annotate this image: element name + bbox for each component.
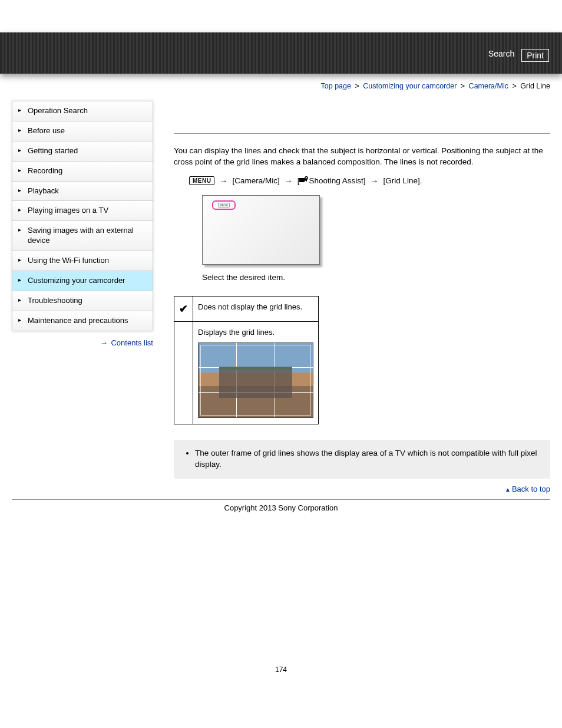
divider	[12, 499, 550, 500]
sidebar-item-playing-tv[interactable]: Playing images on a TV	[12, 201, 153, 221]
arrow-right-icon: →	[371, 176, 379, 186]
divider	[174, 133, 550, 134]
main-content: You can display the lines and check that…	[174, 101, 550, 497]
checkmark-cell: ✔	[174, 296, 193, 321]
sidebar-item-recording[interactable]: Recording	[12, 162, 153, 182]
sidebar-list: Operation Search Before use Getting star…	[12, 101, 153, 331]
sidebar-item-operation-search[interactable]: Operation Search	[12, 101, 153, 121]
contents-list-wrap: → Contents list	[12, 338, 153, 347]
grid-thumbnail	[198, 342, 313, 418]
thumbnail-wrap	[198, 342, 313, 418]
sidebar-item-playback[interactable]: Playback	[12, 182, 153, 202]
breadcrumb-sep: >	[461, 82, 465, 90]
screen-diagram	[202, 195, 320, 265]
note-box: The outer frame of grid lines shows the …	[174, 440, 550, 479]
breadcrumb-current: Grid Line	[520, 82, 550, 90]
header-bar: Search Print	[0, 32, 562, 74]
arrow-right-icon: →	[285, 176, 293, 186]
select-text: Select the desired item.	[202, 273, 550, 282]
back-to-top-wrap: ▲Back to top	[174, 485, 550, 493]
check-icon: ✔	[179, 303, 188, 315]
menu-step-camera-mic: [Camera/Mic]	[232, 176, 279, 185]
print-button[interactable]: Print	[521, 49, 549, 62]
breadcrumb-link-customizing[interactable]: Customizing your camcorder	[363, 82, 457, 90]
page-number: 174	[12, 666, 550, 682]
sidebar-item-wifi[interactable]: Using the Wi-Fi function	[12, 251, 153, 271]
svg-rect-0	[299, 178, 305, 182]
sidebar-item-before-use[interactable]: Before use	[12, 121, 153, 141]
sidebar-item-maintenance[interactable]: Maintenance and precautions	[12, 311, 153, 331]
option-on-label: Displays the grid lines.	[198, 328, 275, 337]
option-on: Displays the grid lines.	[193, 321, 319, 424]
intro-text: You can display the lines and check that…	[174, 146, 550, 168]
note-item: The outer frame of grid lines shows the …	[195, 448, 542, 470]
arrow-right-icon: →	[100, 338, 108, 347]
sidebar: Operation Search Before use Getting star…	[12, 101, 153, 347]
sidebar-item-saving-external[interactable]: Saving images with an external device	[12, 221, 153, 251]
breadcrumb: Top page > Customizing your camcorder > …	[12, 82, 550, 90]
sidebar-item-customizing[interactable]: Customizing your camcorder	[12, 271, 153, 291]
breadcrumb-link-camera-mic[interactable]: Camera/Mic	[469, 82, 508, 90]
menu-icon: MENU	[189, 176, 214, 185]
option-off: Does not display the grid lines.	[193, 296, 319, 321]
sidebar-item-troubleshooting[interactable]: Troubleshooting	[12, 291, 153, 311]
camera-assist-icon	[299, 176, 309, 183]
menu-step-shooting-assist: [Shooting Assist]	[297, 176, 366, 185]
arrow-right-icon: →	[219, 176, 227, 186]
shooting-assist-label: Shooting Assist]	[309, 176, 365, 185]
menu-path: MENU → [Camera/Mic] → [Shooting Assist] …	[189, 176, 550, 186]
menu-highlight-icon	[212, 200, 236, 210]
triangle-up-icon: ▲	[505, 486, 511, 493]
empty-cell	[174, 321, 193, 424]
options-table: ✔ Does not display the grid lines. Displ…	[174, 296, 319, 424]
search-link[interactable]: Search	[488, 49, 514, 62]
table-row: Displays the grid lines.	[174, 321, 319, 424]
sidebar-item-getting-started[interactable]: Getting started	[12, 141, 153, 162]
back-to-top-link[interactable]: Back to top	[512, 485, 550, 493]
table-row: ✔ Does not display the grid lines.	[174, 296, 319, 321]
breadcrumb-sep: >	[512, 82, 516, 90]
menu-step-grid-line: [Grid Line].	[384, 176, 422, 185]
contents-list-link[interactable]: Contents list	[111, 338, 153, 347]
breadcrumb-link-top[interactable]: Top page	[321, 82, 351, 90]
breadcrumb-sep: >	[355, 82, 359, 90]
header-actions: Search Print	[488, 49, 549, 62]
copyright: Copyright 2013 Sony Corporation	[12, 503, 550, 512]
